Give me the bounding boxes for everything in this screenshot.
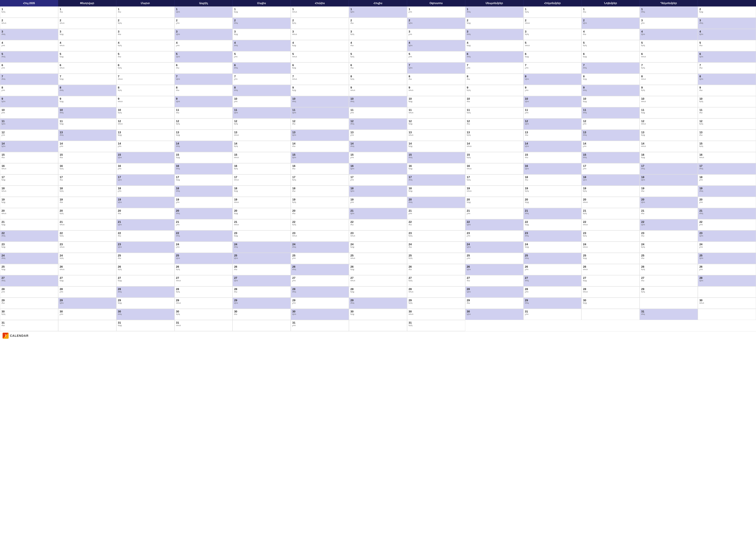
day-number: 29	[350, 299, 406, 302]
day-cell: 11երկ	[465, 107, 524, 118]
day-label: կիռ	[525, 78, 580, 80]
day-cell: 2երկ	[116, 18, 175, 29]
day-cell: 17ռուռ	[232, 174, 291, 186]
day-cell: 27ժա	[640, 275, 698, 286]
day-number: 2	[467, 19, 522, 22]
day-cell: 12ժա	[291, 118, 349, 130]
logo: 7 CALENDAR	[3, 333, 29, 339]
day-number: 16	[176, 164, 231, 167]
day-label: երք	[292, 67, 347, 69]
day-cell: 30երք	[349, 309, 407, 320]
day-label: չոռ	[699, 179, 754, 181]
day-cell: 11ժռկ	[581, 107, 640, 118]
day-cell: 14չոռ	[58, 141, 116, 152]
day-label: երք	[583, 56, 638, 58]
day-number: 17	[641, 164, 696, 167]
day-cell: 24երկ	[58, 253, 116, 264]
day-cell: 21ռուռ	[58, 219, 116, 230]
day-number: 23	[699, 232, 754, 235]
day-label: երկ	[176, 291, 231, 293]
day-number: 14	[292, 142, 347, 145]
day-label: երք	[176, 134, 231, 136]
day-label: կիռ	[350, 190, 406, 192]
day-label: չոռ	[409, 33, 464, 35]
day-cell: 16երկ	[58, 163, 116, 174]
day-number: 11	[292, 108, 347, 112]
day-cell: 2ռուռ	[524, 18, 582, 29]
day-cell: 6կիռ	[698, 51, 756, 63]
day-number: 4	[641, 30, 696, 33]
day-number: 6	[2, 64, 57, 67]
day-number: 8	[350, 75, 406, 78]
day-label: չոռ	[525, 89, 580, 91]
month-feb: Փետրվար	[58, 0, 116, 7]
day-cell: 23ռուռ	[349, 230, 407, 242]
day-label: երք	[525, 246, 580, 248]
day-number: 12	[467, 119, 522, 123]
day-label: ժա	[234, 268, 289, 270]
day-label: ժռկ	[292, 246, 347, 248]
day-cell: 22կիռ	[465, 219, 524, 230]
day-label: երկ	[699, 145, 754, 147]
day-cell: 5ժա	[116, 51, 175, 63]
day-cell: 26ժռկ	[291, 264, 349, 275]
day-cell: 1կիռ	[349, 7, 407, 18]
day-number: 18	[583, 175, 638, 179]
day-label: ժա	[118, 257, 173, 259]
day-cell: 4կիռ	[407, 40, 465, 51]
day-cell: 2երք	[698, 7, 756, 18]
day-cell: 19չոռ	[349, 197, 407, 208]
day-number: 18	[60, 187, 115, 190]
calendar-container: Հույ 2035 Փետրվար Մարտ Ապրիլ Մայիս Հունի…	[0, 0, 756, 340]
day-label: ժա	[60, 179, 115, 181]
day-label: ժռկ	[2, 279, 57, 282]
month-jun: Հունիս	[291, 0, 349, 7]
day-label: ժա	[118, 11, 173, 13]
day-cell: 3ժռկ	[698, 18, 756, 29]
day-number: 14	[176, 142, 231, 145]
day-cell: 6ժռկ	[232, 63, 291, 74]
day-number: 3	[409, 30, 464, 33]
day-cell: 22երկ	[58, 230, 116, 242]
day-label: չոռ	[467, 257, 522, 259]
day-cell: 19երկ	[291, 197, 349, 208]
day-cell: 30ժա	[232, 309, 291, 320]
day-number: 26	[583, 265, 638, 268]
day-cell: 22երք	[524, 219, 582, 230]
day-cell: 9ռուռ	[407, 85, 465, 96]
day-label: կիռ	[118, 201, 173, 203]
day-number: 25	[641, 254, 696, 257]
day-cell: 16ռուռ	[465, 163, 524, 174]
day-label: ժռկ	[176, 212, 231, 215]
day-label: կիռ	[234, 112, 289, 114]
day-number: 12	[641, 119, 696, 123]
day-label: ժա	[641, 235, 696, 237]
day-cell: 19երք	[0, 197, 58, 208]
day-label: չոռ	[2, 67, 57, 69]
day-label: ժռկ	[467, 56, 522, 58]
day-label: ժռկ	[2, 33, 57, 35]
day-label: ռուռ	[234, 223, 289, 226]
day-label: երք	[2, 246, 57, 248]
day-cell: 14չոռ	[116, 141, 175, 152]
day-cell: 25կիռ	[232, 253, 291, 264]
day-cell: 4չոռ	[175, 40, 233, 51]
day-label: ռուռ	[292, 235, 347, 237]
day-label: երք	[234, 212, 289, 215]
day-number: 9	[60, 97, 115, 100]
day-label: երք	[467, 201, 522, 203]
day-cell: 7երք	[58, 74, 116, 85]
day-cell: 28կիռ	[465, 286, 524, 297]
day-label: երք	[176, 156, 231, 159]
day-label: ժա	[467, 100, 522, 103]
day-cell: 19ժա	[640, 186, 698, 197]
day-cell: 24երք	[349, 242, 407, 253]
day-number: 27	[467, 276, 522, 279]
day-label: ժա	[699, 112, 754, 114]
day-cell: 1ժռկ	[465, 7, 524, 18]
day-label: ռուռ	[409, 134, 464, 136]
day-number: 17	[292, 175, 347, 179]
day-label: կիռ	[350, 212, 406, 215]
day-number: 31	[176, 321, 231, 324]
day-number: 7	[2, 75, 57, 78]
